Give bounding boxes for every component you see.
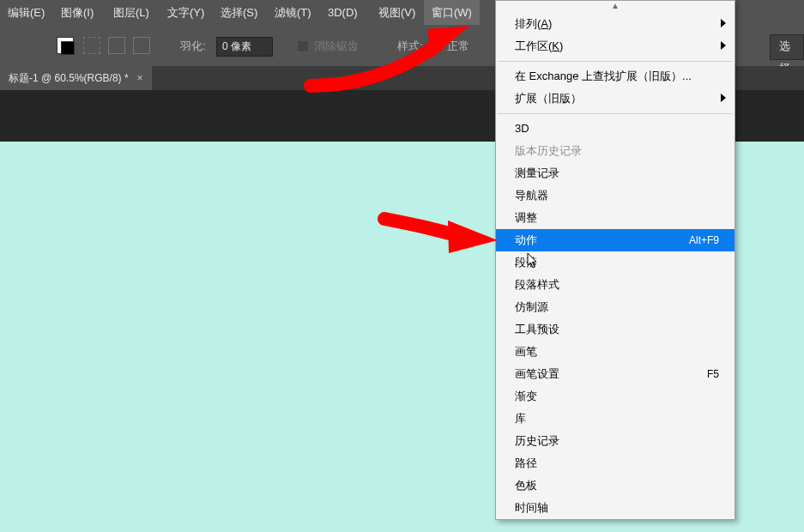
mode-add-selection[interactable]	[108, 37, 125, 54]
style-label: 样式:	[397, 39, 423, 54]
menu-type[interactable]: 文字(Y)	[160, 0, 212, 25]
menu-item[interactable]: 画笔	[496, 341, 734, 363]
menu-layer[interactable]: 图层(L)	[106, 0, 157, 25]
menu-filter[interactable]: 滤镜(T)	[267, 0, 319, 25]
antialias-label: 消除锯齿	[314, 39, 359, 54]
window-dropdown: ▲ 排列(A)工作区(K)在 Exchange 上查找扩展（旧版）...扩展（旧…	[495, 0, 735, 520]
menu-item[interactable]: 在 Exchange 上查找扩展（旧版）...	[496, 65, 734, 88]
style-value[interactable]: 正常	[447, 39, 469, 54]
menu-window[interactable]: 窗口(W)	[424, 0, 480, 25]
menu-item[interactable]: 调整	[496, 207, 734, 229]
menu-edit[interactable]: 编辑(E)	[0, 0, 52, 25]
mode-sub-selection[interactable]	[133, 37, 150, 54]
menu-image[interactable]: 图像(I)	[53, 0, 101, 25]
swatch-bg[interactable]	[61, 41, 75, 55]
mode-new-selection[interactable]	[83, 37, 100, 54]
document-tab[interactable]: 标题-1 @ 60.5%(RGB/8) * ×	[0, 66, 152, 90]
menu-item[interactable]: 路径	[496, 452, 734, 475]
select-button[interactable]: 选择	[770, 34, 804, 60]
menu-item[interactable]: 动作Alt+F9	[496, 229, 734, 251]
menu-item[interactable]: 时间轴	[496, 497, 734, 519]
close-icon[interactable]: ×	[137, 66, 143, 90]
dropdown-scroll-up[interactable]: ▲	[496, 1, 734, 13]
feather-input[interactable]: 0 像素	[216, 37, 273, 57]
menu-item[interactable]: 排列(A)	[496, 13, 734, 35]
document-tab-title: 标题-1 @ 60.5%(RGB/8) *	[9, 66, 129, 90]
menu-item: 版本历史记录	[496, 140, 734, 162]
antialias-checkbox[interactable]	[297, 40, 309, 52]
menu-item[interactable]: 测量记录	[496, 162, 734, 184]
menu-separator	[498, 61, 733, 62]
menu-view[interactable]: 视图(V)	[371, 0, 423, 25]
menu-item[interactable]: 段落样式	[496, 274, 734, 296]
menu-shortcut: F5	[707, 363, 719, 385]
menu-item[interactable]: 工作区(K)	[496, 35, 734, 57]
menu-item[interactable]: 库	[496, 408, 734, 430]
feather-label: 羽化:	[180, 39, 206, 54]
submenu-arrow-icon	[721, 19, 726, 27]
menu-item[interactable]: 画笔设置F5	[496, 363, 734, 385]
submenu-arrow-icon	[721, 41, 726, 50]
menu-item[interactable]: 仿制源	[496, 296, 734, 318]
menu-3d[interactable]: 3D(D)	[320, 0, 366, 25]
menu-item[interactable]: 渐变	[496, 385, 734, 408]
menu-select[interactable]: 选择(S)	[213, 0, 265, 25]
menu-item[interactable]: 导航器	[496, 184, 734, 207]
menu-item[interactable]: 历史记录	[496, 430, 734, 452]
menu-shortcut: Alt+F9	[689, 229, 719, 251]
menu-item[interactable]: 工具预设	[496, 318, 734, 341]
menu-item[interactable]: 色板	[496, 475, 734, 497]
menu-item[interactable]: 3D	[496, 118, 734, 140]
submenu-arrow-icon	[721, 94, 726, 102]
menu-item[interactable]: 段落	[496, 251, 734, 274]
menu-separator	[498, 113, 733, 114]
menu-item[interactable]: 扩展（旧版）	[496, 88, 734, 110]
